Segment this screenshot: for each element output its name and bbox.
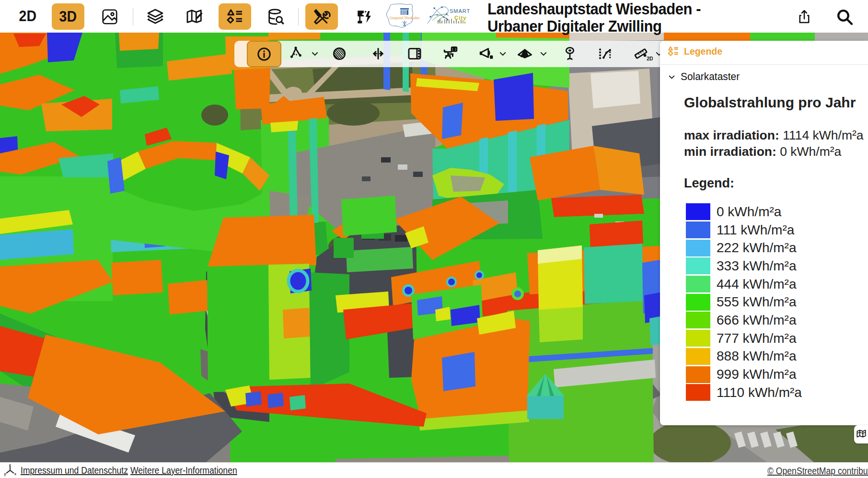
svg-text:0: 0	[491, 56, 492, 58]
svg-text:z: z	[9, 463, 11, 466]
svg-text:x: x	[14, 472, 16, 476]
svg-text:Geoportal Wiesbaden: Geoportal Wiesbaden	[390, 16, 419, 20]
svg-text:SMART: SMART	[450, 8, 470, 14]
svg-text:2D: 2D	[647, 56, 653, 61]
svg-text:y: y	[4, 472, 6, 476]
